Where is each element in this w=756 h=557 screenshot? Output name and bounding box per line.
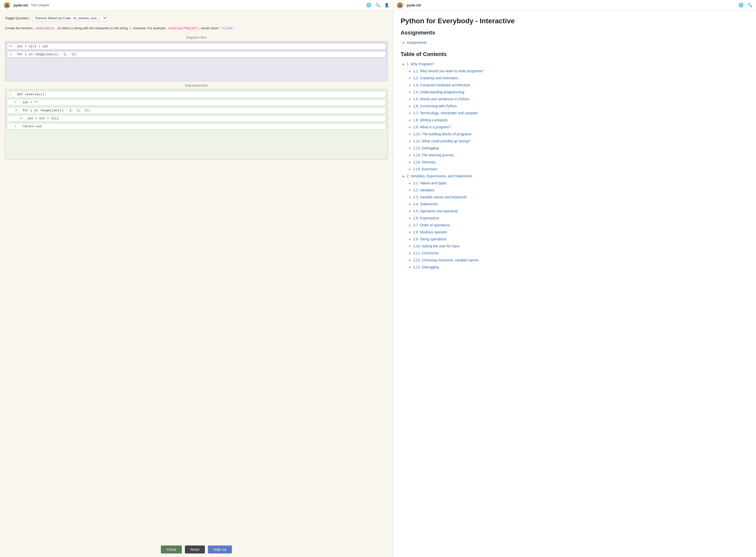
toc-subitem: 2.6. Expressions [413, 214, 749, 222]
nav-icons-group: 🌐 🔍 👤 [366, 3, 389, 7]
toc-sublink[interactable]: 2.4. Statements [413, 202, 438, 206]
drop-section: Drop blocks here 2 def reverse(s): 4 out… [5, 84, 388, 159]
assignments-list-item: Assignments [407, 39, 749, 46]
reset-button[interactable]: Reset [185, 546, 205, 554]
toc-subitem: 1.15. Exercises [413, 166, 749, 173]
toc-sublink[interactable]: 2.1. Values and types [413, 181, 446, 185]
drop-block-5a[interactable]: 5a out = out + s[i] [7, 115, 386, 122]
drag-section: Drag from here 5b out = s[i] + out 1b fo… [5, 36, 388, 81]
param-inline: s [128, 26, 132, 31]
toc-sublink[interactable]: 2.7. Order of operations [413, 223, 450, 227]
toc-link[interactable]: 2. Variables, Expressions, and Statement… [407, 174, 472, 178]
right-search-icon[interactable]: 🔍 [748, 3, 753, 7]
instructions-part1: Create the function, [5, 26, 34, 30]
toc-subitem: 2.12. Choosing mnemonic variable names [413, 257, 749, 264]
toc-sublink[interactable]: 1.9. What is a program? [413, 125, 450, 129]
block-num-4: 4 [14, 101, 21, 104]
toc-subitem: 2.9. String operations [413, 236, 749, 243]
toc-sublink[interactable]: 1.5. Words and sentences in Python [413, 97, 469, 101]
toc-subitem: 2.7. Order of operations [413, 222, 749, 229]
assignments-list: Assignments [401, 39, 749, 46]
help-button[interactable]: Help me [208, 546, 232, 554]
toc-sublink[interactable]: 2.5. Operators and operands [413, 209, 458, 213]
drag-label: Drag from here [5, 36, 388, 39]
toc-subitem: 1.9. What is a program? [413, 123, 749, 130]
toc-sublink[interactable]: 2.6. Expressions [413, 216, 439, 220]
toc-sublink[interactable]: 1.4. Understanding programming [413, 90, 464, 94]
toc-subitem: 2.8. Modulus operator [413, 229, 749, 236]
toc-subitem: 1.3. Computer hardware architecture [413, 82, 749, 89]
toc-item: 1. Why Program?1.1. Why should you learn… [407, 61, 749, 173]
toc-sublink[interactable]: 1.14. Glossary [413, 160, 436, 164]
block-code-2: def reverse(s): [17, 92, 46, 96]
toc-subitem: 1.4. Understanding programming [413, 89, 749, 95]
toggle-question-label: Toggle Question: [5, 16, 30, 20]
toc-subitem: 1.6. Conversing with Python [413, 102, 749, 110]
toc-sublink[interactable]: 2.13. Debugging [413, 265, 439, 269]
right-globe-icon[interactable]: 🌐 [738, 3, 744, 7]
drop-block-4[interactable]: 4 out = "" [7, 99, 386, 106]
toc-sublink[interactable]: 1.1. Why should you learn to write progr… [413, 69, 484, 73]
drag-block-1b[interactable]: 1b for i in range(len(s), -1, -1): [7, 51, 386, 58]
toc-sublink[interactable]: 2.8. Modulus operator [413, 230, 447, 234]
block-num-2: 2 [9, 93, 15, 96]
toc-sublink[interactable]: 2.12. Choosing mnemonic variable names [413, 258, 478, 262]
toc-sublink[interactable]: 2.2. Variables [413, 188, 434, 192]
check-button[interactable]: Check [161, 546, 182, 554]
toc-sublink[interactable]: 1.11. What could possibly go wrong? [413, 139, 470, 143]
toc-sublink[interactable]: 1.6. Conversing with Python [413, 104, 457, 108]
assignments-title: Assignments [401, 30, 749, 36]
toc-subitem: 1.8. Writing a program [413, 117, 749, 123]
drop-block-3[interactable]: 3 return out [7, 123, 386, 130]
drag-area: 5b out = s[i] + out 1b for i in range(le… [5, 41, 388, 81]
toc-sublink[interactable]: 1.10. The building blocks of programs [413, 132, 471, 136]
block-num-3: 3 [14, 125, 21, 128]
block-code-3: return out [23, 124, 42, 128]
block-code-4: out = "" [23, 100, 38, 104]
toc-sublink[interactable]: 2.11. Comments [413, 251, 439, 255]
assignments-link[interactable]: Assignments [407, 40, 427, 45]
right-app-logo [397, 2, 404, 9]
drop-block-2[interactable]: 2 def reverse(s): [7, 91, 386, 98]
toc-list: 1. Why Program?1.1. Why should you learn… [401, 61, 749, 271]
toc-subitem: 2.10. Asking the user for input [413, 243, 749, 250]
toc-subitem: 1.11. What could possibly go wrong? [413, 138, 749, 145]
right-nav-icons: 🌐 🔍 [738, 3, 753, 7]
right-nav-title: py4e-int [407, 3, 421, 7]
toc-subitem: 1.1. Why should you learn to write progr… [413, 67, 749, 75]
toc-sublink[interactable]: 2.3. Variable names and keywords [413, 195, 467, 199]
drag-block-5b[interactable]: 5b out = s[i] + out [7, 43, 386, 50]
toc-sublink[interactable]: 2.9. String operations [413, 237, 446, 241]
toc-subitem: 1.7. Terminology: Interpreter and compil… [413, 110, 749, 117]
func-name-inline: reverse(s) [34, 26, 55, 31]
toc-subitem: 2.5. Operators and operands [413, 208, 749, 214]
toc-sublink[interactable]: 1.3. Computer hardware architecture [413, 83, 470, 87]
toc-sublink[interactable]: 1.8. Writing a program [413, 118, 447, 122]
toc-subitem: 2.2. Variables [413, 186, 749, 194]
block-num-1b: 1b [9, 53, 15, 56]
block-code-1a: for i in range(len(s) - 1, -1, -1): [23, 109, 91, 112]
right-nav: py4e-int 🌐 🔍 [393, 0, 756, 10]
toc-link[interactable]: 1. Why Program? [407, 62, 434, 66]
search-icon[interactable]: 🔍 [375, 3, 380, 7]
block-code-1b: for i in range(len(s), -1, -1): [17, 53, 78, 56]
toc-subitem: 1.13. The learning journey [413, 152, 749, 158]
toc-sublink[interactable]: 1.7. Terminology: Interpreter and compil… [413, 111, 478, 115]
right-panel: py4e-int 🌐 🔍 Python for Everybody - Inte… [393, 0, 756, 557]
toc-sublink[interactable]: 1.13. The learning journey [413, 153, 454, 157]
right-content: Python for Everybody - Interactive Assig… [393, 10, 756, 557]
globe-icon[interactable]: 🌐 [366, 3, 371, 7]
toc-subitem: 1.5. Words and sentences in Python [413, 95, 749, 102]
block-code-5a: out = out + s[i] [28, 117, 59, 120]
toc-sublink[interactable]: 1.2. Creativity and motivation [413, 76, 458, 80]
nav-chapter[interactable]: This Chapter [31, 3, 50, 7]
toggle-question-select[interactable]: Parsons Mixed-Up Code - itr_reverse_muc … [32, 15, 107, 21]
toc-subitem: 2.1. Values and types [413, 180, 749, 186]
drop-block-1a[interactable]: 1a for i in range(len(s) - 1, -1, -1): [7, 107, 386, 114]
toc-sublink[interactable]: 1.12. Debugging [413, 146, 439, 150]
button-row: Check Reset Help me [0, 542, 393, 557]
toc-sublink[interactable]: 2.10. Asking the user for input [413, 244, 459, 248]
toc-sublink[interactable]: 1.15. Exercises [413, 167, 437, 171]
user-icon[interactable]: 👤 [384, 3, 389, 7]
toc-subitem: 1.14. Glossary [413, 158, 749, 166]
